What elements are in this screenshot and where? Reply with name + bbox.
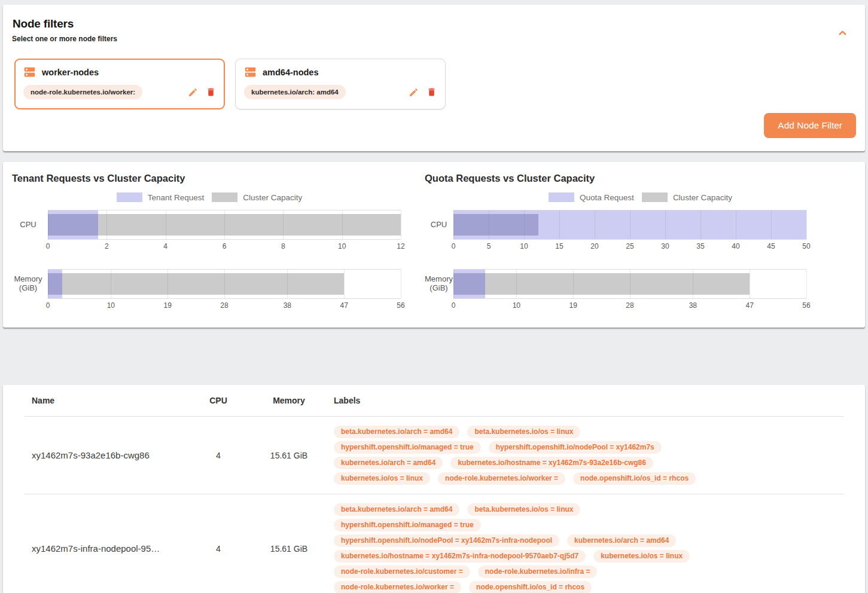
axis-ticks: 0101928384756 xyxy=(48,301,401,310)
filter-name: worker-nodes xyxy=(42,68,99,77)
request-capacity-overlap-bar xyxy=(48,214,98,236)
label-chip: node.openshift.io/os_id = rhcos xyxy=(573,472,696,485)
chart-row: Memory(GiB) 0101928384756 xyxy=(416,269,865,310)
node-name: xy1462m7s-93a2e16b-cwg86 xyxy=(25,450,190,460)
chevron-up-icon xyxy=(837,27,848,39)
label-chip: node-role.kubernetes.io/worker = xyxy=(438,472,565,485)
chart-legend: Quota Request Cluster Capacity xyxy=(416,192,865,202)
axis-tick-label: 56 xyxy=(397,301,404,310)
delete-icon xyxy=(427,87,437,97)
chart-row: Memory(GiB) 0101928384756 xyxy=(3,269,416,310)
page-subtitle: Select one or more node filters xyxy=(3,30,865,43)
label-chip: kubernetes.io/arch = amd64 xyxy=(567,534,676,547)
chart: Quota Requests vs Cluster Capacity Quota… xyxy=(416,162,865,328)
label-chip: kubernetes.io/hostname = xy1462m7s-93a2e… xyxy=(450,457,653,469)
axis-tick-label: 0 xyxy=(46,301,50,310)
nodes-table-panel: Name CPU Memory Labels xy1462m7s-93a2e16… xyxy=(3,385,865,593)
legend-swatch xyxy=(117,192,142,202)
axis-tick-label: 19 xyxy=(569,301,577,310)
chart-row: CPU 024681012 xyxy=(3,210,416,250)
legend-item: Cluster Capacity xyxy=(212,192,302,202)
edit-filter-button[interactable] xyxy=(188,87,198,97)
legend-swatch xyxy=(212,192,237,202)
label-chip: beta.kubernetes.io/os = linux xyxy=(467,503,580,516)
legend-label: Tenant Request xyxy=(148,193,205,202)
delete-filter-button[interactable] xyxy=(427,87,437,97)
axis-ticks: 024681012 xyxy=(48,242,401,250)
delete-filter-button[interactable] xyxy=(206,87,216,97)
filter-card-body: node-role.kubernetes.io/worker: xyxy=(23,85,216,99)
axis-category-label: CPU xyxy=(416,210,453,239)
filter-card-body: kubernetes.io/arch: amd64 xyxy=(244,85,437,99)
axis-tick-label: 38 xyxy=(284,301,291,310)
label-chip: beta.kubernetes.io/os = linux xyxy=(467,426,580,438)
axis-tick-label: 6 xyxy=(223,242,227,250)
request-capacity-overlap-bar xyxy=(48,273,62,295)
column-header-labels: Labels xyxy=(331,396,843,405)
legend-label: Cluster Capacity xyxy=(673,193,732,202)
chart-title: Tenant Requests vs Cluster Capacity xyxy=(3,162,416,184)
axis-tick-label: 45 xyxy=(767,242,775,250)
node-name: xy1462m7s-infra-nodepool-95… xyxy=(25,543,190,554)
axis-tick-label: 20 xyxy=(590,242,598,250)
axis-tick-label: 15 xyxy=(555,242,563,250)
request-capacity-overlap-bar xyxy=(453,273,485,295)
axis-tick-label: 25 xyxy=(626,242,634,250)
label-chip: node-role.kubernetes.io/infra = xyxy=(478,566,598,578)
plot-area: 0101928384756 xyxy=(453,269,806,310)
table-header-row: Name CPU Memory Labels xyxy=(25,385,843,417)
node-filters-panel: Node filters Select one or more node fil… xyxy=(3,5,865,151)
axis-category-label: CPU xyxy=(3,210,45,239)
axis-tick-label: 10 xyxy=(338,242,346,250)
plot-area: 024681012 xyxy=(48,210,401,250)
bar-plot xyxy=(453,269,806,299)
legend-label: Quota Request xyxy=(580,193,634,202)
node-cpu: 4 xyxy=(190,451,247,460)
filter-card-header: amd64-nodes xyxy=(244,66,437,78)
chart-legend: Tenant Request Cluster Capacity xyxy=(3,192,416,202)
edit-icon xyxy=(409,87,419,97)
axis-tick-label: 12 xyxy=(397,242,404,250)
node-filter-list: worker-nodes node-role.kubernetes.io/wor… xyxy=(3,43,865,109)
label-chip: beta.kubernetes.io/arch = amd64 xyxy=(334,426,459,438)
charts-panel: Tenant Requests vs Cluster Capacity Tena… xyxy=(3,162,865,328)
node-labels: beta.kubernetes.io/arch = amd64beta.kube… xyxy=(331,494,843,593)
axis-tick-label: 47 xyxy=(745,301,753,310)
plot-area: 05101520253035404550 xyxy=(453,210,806,250)
chart-row: CPU 05101520253035404550 xyxy=(416,210,865,250)
legend-item: Tenant Request xyxy=(117,192,205,202)
filter-label-chip: node-role.kubernetes.io/worker: xyxy=(23,85,142,99)
edit-filter-button[interactable] xyxy=(409,87,419,97)
plot-area: 0101928384756 xyxy=(48,269,401,310)
collapse-section-button[interactable] xyxy=(837,27,848,39)
legend-swatch xyxy=(549,192,574,202)
label-chip: kubernetes.io/os = linux xyxy=(334,472,430,485)
axis-tick-label: 47 xyxy=(340,301,348,310)
label-chip: hypershift.openshift.io/nodePool = xy146… xyxy=(334,534,559,547)
label-chip: hypershift.openshift.io/nodePool = xy146… xyxy=(489,441,662,454)
label-chip: hypershift.openshift.io/managed = true xyxy=(334,441,481,454)
capacity-bar xyxy=(453,273,750,295)
label-chip: kubernetes.io/hostname = xy1462m7s-infra… xyxy=(334,550,586,563)
axis-tick-label: 40 xyxy=(732,242,739,250)
node-memory: 15.61 GiB xyxy=(247,451,331,460)
dns-icon xyxy=(23,66,36,78)
node-memory: 15.61 GiB xyxy=(247,544,331,554)
table-row: xy1462m7s-infra-nodepool-95… 4 15.61 GiB… xyxy=(25,494,843,593)
label-chip: node-role.kubernetes.io/customer = xyxy=(334,566,470,578)
label-chip: kubernetes.io/arch = amd64 xyxy=(334,457,443,469)
axis-tick-label: 8 xyxy=(281,242,285,250)
add-node-filter-button[interactable]: Add Node Filter xyxy=(764,113,856,138)
axis-tick-label: 10 xyxy=(513,301,520,310)
filter-name: amd64-nodes xyxy=(263,68,318,77)
node-filter-card[interactable]: worker-nodes node-role.kubernetes.io/wor… xyxy=(14,59,225,109)
column-header-cpu: CPU xyxy=(190,396,247,405)
table-body: xy1462m7s-93a2e16b-cwg86 4 15.61 GiB bet… xyxy=(3,417,865,593)
filter-card-header: worker-nodes xyxy=(23,66,216,78)
axis-tick-label: 38 xyxy=(689,301,697,310)
node-filter-card[interactable]: amd64-nodes kubernetes.io/arch: amd64 xyxy=(235,59,446,109)
page: Node filters Select one or more node fil… xyxy=(0,0,868,593)
label-chip: node.openshift.io/os_id = rhcos xyxy=(469,581,592,593)
delete-icon xyxy=(206,87,216,97)
axis-tick-label: 28 xyxy=(626,301,634,310)
